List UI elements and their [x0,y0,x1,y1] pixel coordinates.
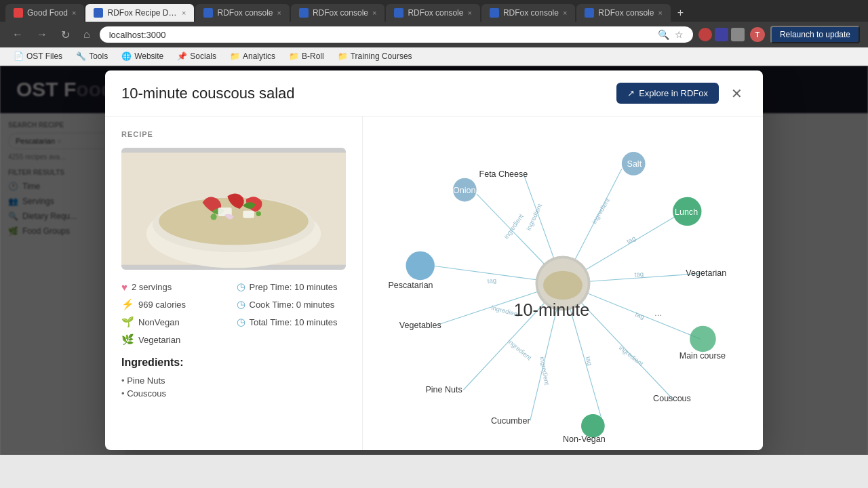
tools-icon: 🔧 [76,52,86,61]
broll-icon: 📁 [289,52,299,61]
user-avatar[interactable]: T [750,27,765,42]
prep-icon: ◷ [237,281,245,293]
edge-label-feta: ingredient [525,202,544,231]
forward-button[interactable]: → [33,27,52,42]
tab-2[interactable]: RDFox Recipe Den... × [85,4,194,22]
bookmark-website[interactable]: 🌐 Website [116,50,169,62]
tab-4[interactable]: RDFox console × [291,4,384,22]
tab-5-favicon [394,8,403,18]
ext-icon-1 [698,28,712,41]
node-label-feta: Feta Cheese [479,169,528,179]
recipe-modal: 10-minute couscous salad ↗ Explore in RD… [105,70,763,450]
tab-1-close[interactable]: × [72,9,76,17]
tab-7-title: RDFox console [598,8,654,18]
bookmark-socials[interactable]: 📌 Socials [172,50,222,62]
tab-bar: Good Food × RDFox Recipe Den... × RDFox … [0,0,868,22]
back-button[interactable]: ← [8,27,27,42]
knowledge-graph-panel: ingredient ingredient ingredient tag tag [363,117,763,450]
bookmark-ost-files[interactable]: 📄 OST Files [8,50,68,62]
browser-chrome: Good Food × RDFox Recipe Den... × RDFox … [0,0,868,66]
meta-vegetarian: 🌿 Vegetarian [121,333,231,346]
tab-6-favicon [490,8,499,18]
modal-title: 10-minute couscous salad [121,85,295,102]
tab-6[interactable]: RDFox console × [481,4,575,22]
cook-icon: ◷ [237,298,245,310]
address-bar-row: ← → ↻ ⌂ localhost:3000 🔍 ☆ T Relaunch to… [0,22,868,47]
node-label-non-vegan-text: Non-Vegan [563,434,606,444]
tab-3[interactable]: RDFox console × [195,4,289,22]
bookmark-analytics[interactable]: 📁 Analytics [224,50,281,62]
node-label-couscous-text: Couscous [653,394,691,403]
ost-files-label: OST Files [26,52,62,61]
node-label-pescatarian-text: Pescatarian [388,281,433,290]
recipe-food-image [121,148,346,270]
modal-header: 10-minute couscous salad ↗ Explore in RD… [105,70,763,117]
modal-close-button[interactable]: ✕ [727,84,747,103]
analytics-icon: 📁 [230,52,240,61]
tab-1-title: Good Food [27,8,68,18]
ext-icon-3 [731,28,745,41]
tools-label: Tools [89,52,108,61]
home-button[interactable]: ⌂ [79,27,94,42]
tab-5-title: RDFox console [408,8,463,18]
tab-4-close[interactable]: × [372,9,376,17]
servings-value: 2 servings [132,282,172,292]
tab-5[interactable]: RDFox console × [386,4,479,22]
tab-2-title: RDFox Recipe Den... [107,8,178,18]
meta-total-time: ◷ Total Time: 10 minutes [237,316,347,328]
recipe-meta: ♥ 2 servings ◷ Prep Time: 10 minutes ⚡ 9… [121,281,346,346]
prep-value: Prep Time: 10 minutes [250,282,338,292]
center-node-sublabel: ... [654,308,662,318]
servings-icon: ♥ [121,281,127,293]
node-label-main-course-text: Main course [679,351,726,361]
socials-label: Socials [190,52,216,61]
bookmark-icon: ☆ [675,29,684,40]
center-food [543,271,583,300]
new-tab-button[interactable]: + [672,4,689,22]
tab-3-close[interactable]: × [277,9,281,17]
meta-cook-time: ◷ Cook Time: 0 minutes [237,298,347,310]
address-bar[interactable]: localhost:3000 🔍 ☆ [100,26,693,43]
broll-label: B-Roll [302,52,324,61]
tab-7-favicon [585,8,594,18]
ingredient-pine-nuts: Pine Nuts [121,374,346,387]
tab-7-close[interactable]: × [658,9,662,17]
recipe-section-title: RECIPE [121,130,346,138]
website-icon: 🌐 [121,52,132,61]
edge-label-salt: ingredient [590,197,611,225]
explore-rdfox-button[interactable]: ↗ Explore in RDFox [616,83,719,104]
tab-7[interactable]: RDFox console × [576,4,670,22]
extension-icons [698,28,745,41]
recipe-image-container [121,148,346,270]
vegetarian-value: Vegetarian [138,335,180,345]
bookmark-tools[interactable]: 🔧 Tools [71,50,113,62]
relaunch-button[interactable]: Relaunch to update [770,26,860,43]
svg-point-7 [256,211,261,216]
ext-icon-2 [715,28,728,41]
tab-5-close[interactable]: × [467,9,471,17]
reload-button[interactable]: ↻ [57,27,74,43]
node-label-vegetables-text: Vegetables [399,321,441,330]
svg-rect-5 [243,211,254,218]
bookmark-training-courses[interactable]: 📁 Training Courses [332,50,418,62]
edge-label-main-course: tag [634,310,645,321]
edge-label-lunch: tag [625,235,637,245]
total-icon: ◷ [237,316,245,328]
ingredient-couscous: Couscous [121,387,346,400]
external-link-icon: ↗ [627,88,635,98]
search-icon: 🔍 [658,29,669,40]
tab-1-favicon [14,8,23,18]
training-icon: 📁 [338,52,348,61]
node-label-onion-text: Onion [453,186,475,195]
cook-value: Cook Time: 0 minutes [250,300,335,310]
bookmark-broll[interactable]: 📁 B-Roll [283,50,330,62]
tab-2-close[interactable]: × [182,9,186,17]
tab-3-title: RDFox console [217,8,273,18]
tab-6-close[interactable]: × [563,9,567,17]
left-panel: RECIPE [105,117,363,450]
calories-icon: ⚡ [121,298,134,310]
modal-body: RECIPE [105,117,763,450]
knowledge-graph-svg: ingredient ingredient ingredient tag tag [363,117,763,450]
calories-value: 969 calories [138,300,186,310]
tab-1[interactable]: Good Food × [5,4,84,22]
